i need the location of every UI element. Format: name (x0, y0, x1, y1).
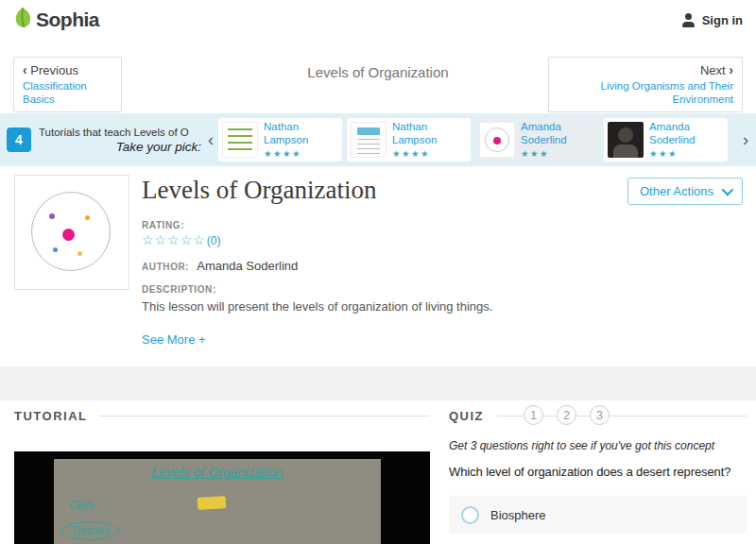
picker-pick-text: Take your pick: (39, 140, 205, 154)
lesson-info: Levels of Organization RATING: ☆☆☆☆☆(0) … (142, 166, 591, 348)
sign-in-button[interactable]: Sign in (682, 13, 743, 27)
page: Sophia Sign in ‹ Previous Classification… (0, 0, 756, 544)
section-divider (0, 366, 756, 400)
tutorial-thumbnail (351, 122, 387, 158)
see-more-link[interactable]: See More + (142, 332, 206, 347)
quiz-step-1[interactable]: 1 (524, 405, 543, 425)
person-icon (682, 13, 696, 27)
quiz-steps-line: 1 2 3 (497, 416, 747, 416)
sophia-logo[interactable]: Sophia (13, 7, 99, 33)
chevron-right-icon: › (743, 130, 748, 149)
tutorial-cards: Nathan Lampson ★★★★ Nathan Lampson ★★★★ … (218, 118, 728, 162)
rating-count-link[interactable]: (0) (207, 234, 221, 247)
logo-text: Sophia (36, 8, 99, 31)
radio-button-icon[interactable] (461, 506, 479, 524)
rating-stars: ☆☆☆☆☆(0) (142, 232, 591, 247)
tutorial-video[interactable]: Levels of Organization Cells Tissues (14, 451, 430, 544)
video-whiteboard: Levels of Organization Cells Tissues (54, 459, 381, 544)
description-text: This lesson will present the levels of o… (142, 298, 591, 315)
whiteboard-label-cells: Cells (69, 499, 94, 512)
description-label: DESCRIPTION: (142, 284, 591, 295)
tutorial-picker-strip: 4 Tutorials that teach Levels of O Take … (0, 113, 756, 166)
star-rating-icon: ★★★ (521, 148, 591, 159)
sign-in-label: Sign in (702, 13, 743, 27)
author-row: AUTHOR: Amanda Soderlind (142, 259, 591, 273)
quiz-heading: QUIZ (449, 409, 484, 423)
quiz-intro-text: Get 3 questions right to see if you've g… (449, 439, 747, 452)
quiz-step-2[interactable]: 2 (557, 405, 576, 425)
tutorial-card-selected[interactable]: Amanda Soderlind ★★★ (475, 118, 599, 162)
chevron-left-icon: ‹ (208, 130, 214, 149)
star-rating-icon: ★★★★ (392, 148, 462, 159)
tutorial-author: Amanda Soderlind (521, 121, 591, 147)
other-actions-button[interactable]: Other Actions (627, 178, 743, 205)
heading-rule (98, 416, 430, 416)
star-rating-icon: ★★★★ (264, 148, 334, 159)
quiz-question: Which level of organization does a deser… (449, 465, 747, 479)
star-rating-icon: ☆☆☆☆☆ (142, 232, 206, 247)
tutorial-author: Amanda Soderlind (649, 121, 719, 147)
next-button[interactable]: Next › Living Organisms and Their Enviro… (548, 57, 743, 112)
other-actions-label: Other Actions (640, 184, 713, 198)
tutorial-count-badge: 4 (7, 128, 31, 152)
picker-teach-text: Tutorials that teach Levels of O (39, 127, 205, 138)
next-title: Living Organisms and Their Environment (558, 79, 733, 107)
lesson-nav: ‹ Previous Classification Basics Levels … (0, 40, 756, 113)
next-label: Next (700, 63, 726, 77)
star-rating-icon: ★★★ (649, 148, 719, 159)
tutorial-heading: TUTORIAL (14, 409, 87, 423)
bottom-section: TUTORIAL Levels of Organization Cells Ti… (0, 400, 756, 544)
tutorial-column: TUTORIAL Levels of Organization Cells Ti… (14, 400, 430, 544)
chevron-down-icon (722, 184, 734, 196)
tutorial-author: Nathan Lampson (392, 121, 462, 147)
tutorial-card[interactable]: Amanda Soderlind ★★★ (604, 118, 728, 162)
tutorial-author: Nathan Lampson (264, 121, 334, 147)
sophia-leaf-icon (13, 7, 32, 33)
picker-scroll-right-button[interactable]: › (740, 131, 751, 148)
tutorial-heading-row: TUTORIAL (14, 409, 430, 423)
author-label: AUTHOR: (142, 262, 189, 272)
whiteboard-title: Levels of Organization (54, 465, 381, 480)
tutorial-card[interactable]: Nathan Lampson ★★★★ (218, 118, 342, 162)
lesson-thumbnail (14, 175, 129, 290)
picker-text: Tutorials that teach Levels of O Take yo… (39, 127, 205, 154)
author-name: Amanda Soderlind (197, 259, 298, 273)
quiz-option-label: Biosphere (490, 508, 546, 522)
tutorial-thumbnail (222, 122, 258, 158)
tutorial-thumbnail (479, 122, 515, 158)
tutorial-thumbnail (608, 122, 644, 158)
cell-nucleus (62, 229, 75, 241)
lesson-main: Levels of Organization RATING: ☆☆☆☆☆(0) … (0, 166, 756, 366)
whiteboard-highlight-mark (198, 496, 227, 510)
whiteboard-label-tissues: Tissues (61, 521, 119, 540)
lesson-title: Levels of Organization (142, 176, 591, 205)
picker-scroll-left-button[interactable]: ‹ (205, 131, 216, 148)
top-header: Sophia Sign in (0, 0, 756, 40)
chevron-right-icon: › (729, 62, 733, 77)
tutorial-card[interactable]: Nathan Lampson ★★★★ (347, 118, 471, 162)
rating-label: RATING: (142, 220, 591, 230)
quiz-option-biosphere[interactable]: Biosphere (449, 496, 747, 534)
quiz-heading-row: QUIZ 1 2 3 (449, 409, 747, 423)
quiz-step-3[interactable]: 3 (590, 405, 610, 425)
previous-title: Classification Basics (23, 79, 112, 107)
quiz-column: QUIZ 1 2 3 Get 3 questions right to see … (449, 400, 747, 544)
